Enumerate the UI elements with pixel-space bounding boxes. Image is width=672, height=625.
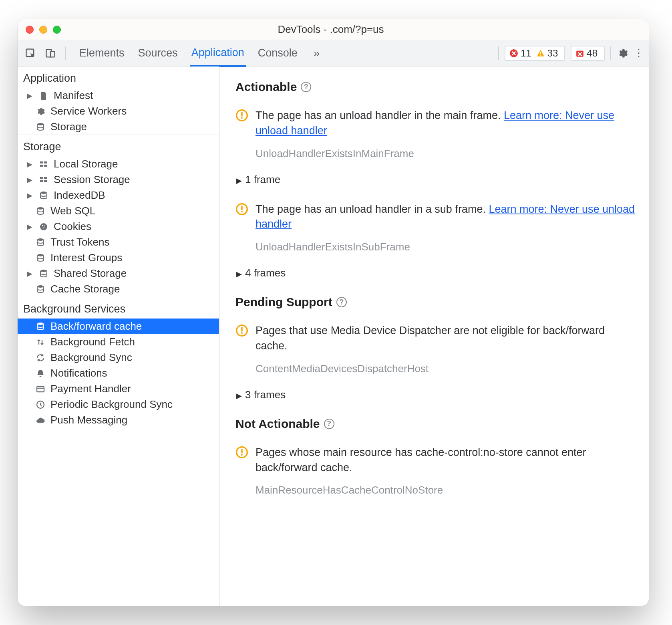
sidebar-item-label: Background Sync — [50, 351, 219, 364]
sidebar-item-label: IndexedDB — [54, 189, 219, 202]
sidebar-item-back-forward-cache[interactable]: Back/forward cache — [18, 319, 219, 334]
learn-more-link[interactable]: Learn more: Never use unload handler — [256, 203, 635, 230]
sidebar-item-trust-tokens[interactable]: Trust Tokens — [18, 234, 219, 250]
sidebar-item-label: Local Storage — [54, 158, 219, 170]
error-warning-badge[interactable]: 11 33 — [505, 46, 565, 61]
sync-icon — [35, 353, 46, 363]
issue-message: Pages that use Media Device Dispatcher a… — [256, 323, 636, 354]
issue-message: Pages whose main resource has cache-cont… — [256, 445, 636, 476]
svg-point-20 — [44, 225, 45, 226]
tab-application[interactable]: Application — [190, 40, 246, 67]
issue-message: The page has an unload handler in a sub … — [256, 202, 636, 232]
chevron-right-icon: ▶ — [236, 177, 242, 185]
sidebar-item-label: Push Messaging — [50, 414, 219, 426]
svg-rect-5 — [540, 54, 541, 55]
svg-point-33 — [241, 117, 243, 119]
issue-item: Pages that use Media Device Dispatcher a… — [235, 323, 636, 375]
section-title: Pending Support — [235, 295, 332, 309]
help-icon[interactable]: ? — [336, 297, 347, 307]
learn-more-link[interactable]: Learn more: Never use unload handler — [256, 109, 614, 137]
sidebar-item-interest-groups[interactable]: Interest Groups — [18, 250, 219, 266]
sidebar-item-shared-storage[interactable]: ▶Shared Storage — [18, 266, 219, 281]
svg-point-22 — [44, 228, 45, 228]
sidebar-item-manifest[interactable]: ▶Manifest — [18, 88, 219, 103]
section-heading: Not Actionable? — [235, 417, 636, 431]
svg-rect-4 — [540, 52, 541, 54]
sidebar-item-indexeddb[interactable]: ▶IndexedDB — [18, 188, 219, 203]
sidebar-item-push-messaging[interactable]: Push Messaging — [18, 412, 219, 428]
sidebar-item-periodic-background-sync[interactable]: Periodic Background Sync — [18, 397, 219, 412]
help-icon[interactable]: ? — [324, 419, 334, 429]
sidebar-item-label: Trust Tokens — [50, 236, 219, 248]
settings-icon[interactable] — [617, 48, 628, 59]
svg-rect-28 — [37, 387, 44, 392]
chevron-right-icon: ▶ — [26, 222, 34, 231]
separator — [498, 46, 499, 60]
sidebar-group-title: Storage — [18, 135, 219, 156]
sidebar-item-label: Notifications — [50, 367, 219, 379]
updown-icon — [35, 337, 46, 347]
sidebar-item-label: Service Workers — [50, 105, 219, 117]
sidebar-item-cache-storage[interactable]: Cache Storage — [18, 281, 219, 297]
sidebar-item-service-workers[interactable]: Service Workers — [18, 103, 219, 119]
frame-tree-toggle[interactable]: ▶4 frames — [236, 267, 636, 279]
traffic-zoom[interactable] — [53, 26, 61, 34]
svg-point-18 — [40, 223, 47, 230]
svg-point-25 — [40, 270, 47, 272]
sidebar-item-storage[interactable]: Storage — [18, 119, 219, 135]
separator — [65, 46, 66, 60]
tab-console[interactable]: Console — [256, 40, 299, 66]
sidebar-item-local-storage[interactable]: ▶Local Storage — [18, 156, 219, 172]
sidebar-item-web-sql[interactable]: Web SQL — [18, 203, 219, 219]
db-icon — [38, 191, 49, 200]
sidebar-item-payment-handler[interactable]: Payment Handler — [18, 381, 219, 397]
section-heading: Actionable? — [235, 80, 636, 94]
warning-icon — [235, 203, 248, 216]
issues-badge[interactable]: 48 — [571, 46, 605, 61]
svg-point-24 — [37, 254, 44, 256]
device-toggle-icon[interactable] — [45, 48, 56, 59]
issue-item: Pages whose main resource has cache-cont… — [235, 445, 636, 497]
svg-point-39 — [241, 332, 243, 334]
bell-icon — [35, 369, 46, 378]
sidebar-item-label: Manifest — [54, 89, 219, 102]
svg-point-42 — [241, 454, 243, 456]
db-icon — [35, 253, 46, 263]
tab-sources[interactable]: Sources — [137, 40, 179, 66]
chevron-right-icon: ▶ — [26, 175, 34, 184]
db-icon — [35, 284, 46, 294]
more-menu-icon[interactable]: ⋮ — [634, 47, 642, 59]
warning-count: 33 — [547, 48, 558, 59]
db-icon — [35, 206, 46, 216]
tab-elements[interactable]: Elements — [78, 40, 126, 66]
issue-item: The page has an unload handler in a sub … — [235, 202, 636, 254]
svg-rect-12 — [40, 177, 43, 179]
db-icon — [35, 322, 46, 331]
chevron-right-icon: ▶ — [236, 392, 242, 400]
frame-tree-toggle[interactable]: ▶1 frame — [236, 173, 636, 186]
titlebar: DevTools - .com/?p=us — [18, 19, 649, 40]
sidebar-item-label: Cookies — [54, 220, 219, 233]
svg-rect-15 — [44, 180, 47, 182]
help-icon[interactable]: ? — [301, 82, 311, 92]
gear-icon — [35, 107, 46, 116]
traffic-close[interactable] — [26, 26, 34, 34]
more-tabs-icon[interactable]: » — [314, 47, 320, 60]
sidebar-item-background-sync[interactable]: Background Sync — [18, 350, 219, 365]
warning-icon — [235, 446, 248, 459]
sidebar-item-label: Background Fetch — [50, 336, 219, 348]
sidebar-item-label: Back/forward cache — [50, 320, 219, 333]
inspect-icon[interactable] — [25, 48, 36, 59]
frame-tree-toggle[interactable]: ▶3 frames — [236, 389, 636, 401]
issue-item: The page has an unload handler in the ma… — [235, 108, 636, 160]
traffic-minimize[interactable] — [39, 26, 47, 34]
sidebar-item-label: Payment Handler — [50, 383, 219, 395]
sidebar-item-background-fetch[interactable]: Background Fetch — [18, 334, 219, 350]
chevron-right-icon: ▶ — [26, 191, 34, 200]
svg-rect-11 — [44, 165, 47, 167]
chevron-right-icon: ▶ — [26, 160, 34, 169]
sidebar-item-cookies[interactable]: ▶Cookies — [18, 219, 219, 234]
sidebar-item-notifications[interactable]: Notifications — [18, 365, 219, 381]
sidebar-item-session-storage[interactable]: ▶Session Storage — [18, 172, 219, 188]
panel-tabs: Elements Sources Application Console » — [78, 40, 320, 67]
